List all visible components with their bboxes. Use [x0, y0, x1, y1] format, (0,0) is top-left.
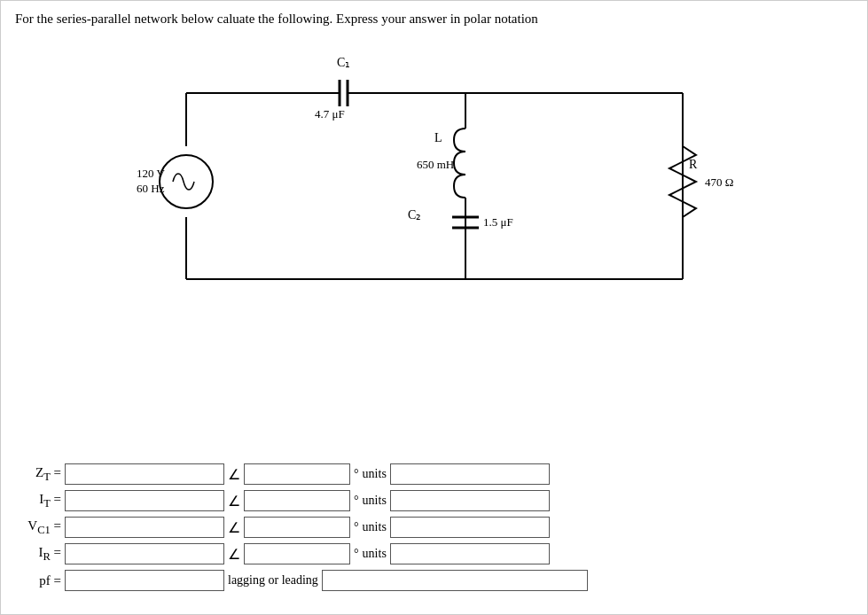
circuit-diagram: 120 V 60 Hz C₁ 4.7 μF L: [133, 35, 736, 319]
it-row: IT = ∠ ° units: [8, 490, 860, 511]
zt-degrees-label: °: [354, 467, 359, 481]
svg-text:C₁: C₁: [337, 56, 350, 69]
vc1-degrees-label: °: [354, 520, 359, 534]
vc1-units-input[interactable]: [390, 517, 550, 538]
svg-text:1.5 μF: 1.5 μF: [483, 215, 513, 229]
pf-lagging-leading-label: lagging or leading: [228, 573, 318, 588]
vc1-magnitude-input[interactable]: [65, 517, 224, 538]
it-label: IT =: [8, 492, 61, 510]
it-degrees-label: °: [354, 494, 359, 508]
pf-input[interactable]: [65, 570, 224, 591]
zt-magnitude-input[interactable]: [65, 463, 224, 485]
ir-degrees-label: °: [354, 547, 359, 561]
it-units-label: units: [363, 494, 387, 508]
ir-label: IR =: [8, 545, 61, 564]
ir-magnitude-input[interactable]: [65, 543, 224, 564]
ir-units-input[interactable]: [390, 543, 550, 564]
pf-lagging-leading-input[interactable]: [322, 570, 588, 591]
vc1-units-label: units: [363, 520, 387, 534]
it-magnitude-input[interactable]: [65, 490, 224, 511]
page: For the series-parallel network below ca…: [0, 0, 868, 615]
vc1-angle-input[interactable]: [244, 517, 350, 538]
ir-angle-input[interactable]: [244, 543, 350, 564]
pf-label: pf =: [8, 573, 61, 588]
vc1-angle-symbol: ∠: [228, 519, 240, 536]
ir-units-label: units: [363, 547, 387, 561]
answer-section: ZT = ∠ ° units IT = ∠ ° units VC1 = ∠ ° …: [8, 463, 860, 596]
svg-text:R: R: [689, 158, 698, 171]
it-angle-symbol: ∠: [228, 493, 240, 510]
svg-text:120 V: 120 V: [137, 167, 166, 180]
svg-text:C₂: C₂: [408, 208, 421, 222]
zt-angle-symbol: ∠: [228, 466, 240, 483]
it-angle-input[interactable]: [244, 490, 350, 511]
zt-label: ZT =: [8, 465, 61, 484]
svg-text:470 Ω: 470 Ω: [705, 175, 733, 189]
zt-angle-input[interactable]: [244, 463, 350, 485]
ir-row: IR = ∠ ° units: [8, 543, 860, 564]
page-title: For the series-parallel network below ca…: [15, 12, 853, 27]
svg-text:650 mH: 650 mH: [417, 158, 454, 171]
svg-text:4.7 μF: 4.7 μF: [315, 107, 345, 121]
it-units-input[interactable]: [390, 490, 550, 511]
svg-text:L: L: [434, 131, 442, 144]
zt-units-input[interactable]: [390, 463, 550, 485]
svg-text:60 Hz: 60 Hz: [137, 182, 165, 195]
pf-row: pf = lagging or leading: [8, 570, 860, 591]
zt-row: ZT = ∠ ° units: [8, 463, 860, 485]
vc1-row: VC1 = ∠ ° units: [8, 517, 860, 538]
vc1-label: VC1 =: [8, 518, 61, 537]
zt-units-label: units: [363, 467, 387, 481]
svg-point-6: [160, 155, 213, 208]
ir-angle-symbol: ∠: [228, 546, 240, 563]
